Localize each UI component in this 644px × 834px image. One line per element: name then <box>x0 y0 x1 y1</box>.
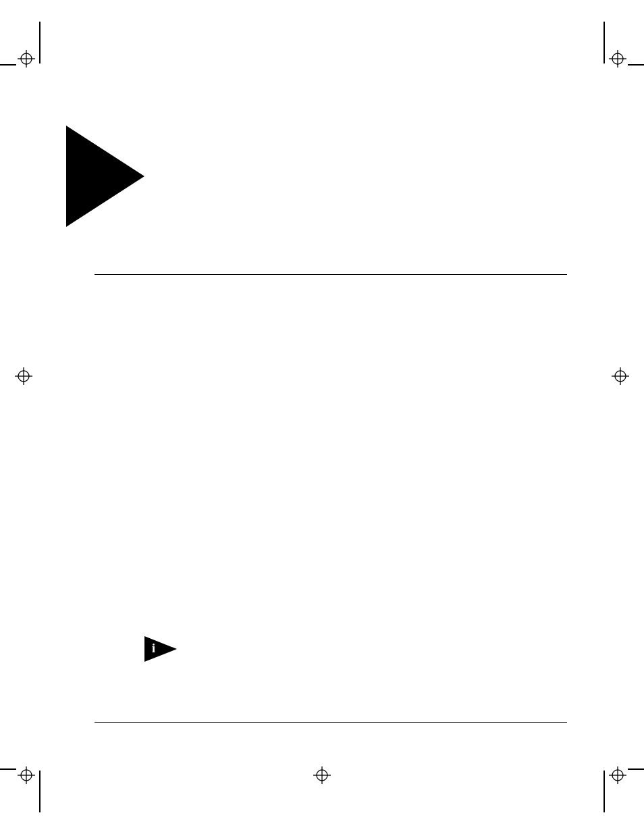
crop-mark-bottom-right <box>597 753 644 834</box>
crop-mark-top-right <box>597 0 644 81</box>
crop-mark-top-left <box>0 0 47 81</box>
registration-target-icon <box>609 50 626 68</box>
registration-target-icon <box>18 50 35 68</box>
divider-top <box>95 274 567 275</box>
svg-marker-22 <box>144 636 177 662</box>
crop-mark-bottom-center <box>313 766 333 787</box>
crop-mark-bottom-left <box>0 753 47 834</box>
svg-text:i: i <box>152 642 155 655</box>
registration-target-icon <box>15 367 32 385</box>
registration-target-icon <box>313 766 331 784</box>
registration-target-icon <box>18 766 35 784</box>
page: { "page": { "chapter_triangle": "▶", "ru… <box>0 0 644 834</box>
note-icon: i <box>144 636 178 662</box>
divider-bottom <box>95 722 567 723</box>
registration-target-icon <box>609 766 626 784</box>
registration-target-icon <box>612 367 629 385</box>
chapter-marker-icon <box>66 126 147 227</box>
svg-marker-21 <box>66 126 144 227</box>
crop-mark-mid-right <box>610 367 644 394</box>
crop-mark-mid-left <box>0 367 34 394</box>
